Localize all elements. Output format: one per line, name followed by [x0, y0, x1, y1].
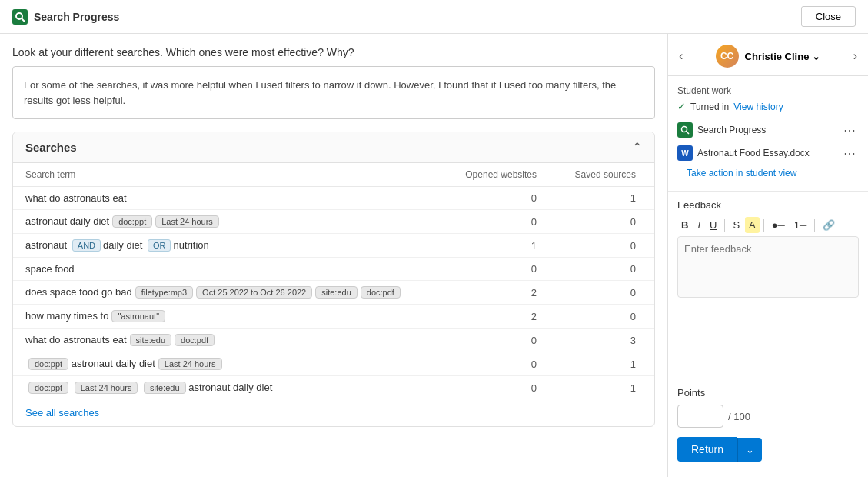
saved-sources-cell: 3 — [555, 329, 654, 352]
opened-websites-cell: 1 — [445, 234, 555, 258]
opened-websites-cell: 0 — [445, 329, 555, 352]
table-row: what do astronauts eat01 — [13, 187, 654, 210]
search-tag: filetype:mp3 — [135, 286, 193, 299]
searches-section: Searches ⌃ Search term Opened websites S… — [12, 132, 655, 427]
points-max: / 100 — [728, 411, 750, 422]
svg-point-0 — [16, 13, 22, 19]
bold-button[interactable]: B — [677, 217, 692, 233]
essay-more-button[interactable]: ⋯ — [840, 146, 859, 161]
term-text: space food — [25, 263, 75, 275]
search-term-cell: how many times to"astronaut" — [13, 305, 445, 329]
search-term-cell: astronaut daily dietdoc:pptLast 24 hours — [13, 210, 445, 234]
table-row: astronaut ANDdaily diet ORnutrition 10 — [13, 234, 654, 258]
link-button[interactable]: 🔗 — [819, 217, 839, 233]
operator-tag: OR — [148, 239, 171, 252]
search-tag: doc:ppt — [28, 358, 68, 370]
term-text: daily diet — [103, 239, 145, 251]
search-term-cell: what do astronauts eat — [13, 187, 445, 210]
term-text: astronaut daily diet — [25, 215, 109, 227]
question-text: Look at your different searches. Which o… — [12, 46, 655, 58]
col-saved-sources: Saved sources — [555, 163, 654, 187]
search-tag: doc:ppt — [112, 215, 152, 228]
strikethrough-button[interactable]: S — [729, 217, 743, 233]
searches-header: Searches ⌃ — [13, 132, 654, 163]
numbered-button[interactable]: 1─ — [790, 217, 810, 233]
search-progress-filename: Search Progress — [697, 125, 766, 135]
right-panel: ‹ CC Christie Cline ⌄ › Student work ✓ T… — [668, 34, 868, 477]
underline-button[interactable]: U — [706, 217, 720, 233]
student-name-dropdown[interactable]: Christie Cline ⌄ — [745, 51, 821, 62]
next-student-button[interactable]: › — [850, 46, 860, 66]
highlight-button[interactable]: A — [745, 217, 760, 233]
opened-websites-cell: 0 — [445, 352, 555, 376]
search-term-cell: astronaut ANDdaily diet ORnutrition — [13, 234, 445, 258]
table-row: how many times to"astronaut"20 — [13, 305, 654, 329]
table-row: doc:ppt Last 24 hours site:edu astronaut… — [13, 376, 654, 400]
searches-table: Search term Opened websites Saved source… — [13, 163, 654, 399]
turned-in-text: Turned in — [690, 102, 729, 112]
table-row: astronaut daily dietdoc:pptLast 24 hours… — [13, 210, 654, 234]
top-bar: Search Progress Close — [0, 0, 868, 34]
file-item-left: Search Progress — [677, 122, 766, 138]
feedback-input[interactable] — [677, 236, 859, 298]
search-term-cell: doc:ppt astronaut daily dietLast 24 hour… — [13, 352, 445, 376]
opened-websites-cell: 2 — [445, 305, 555, 329]
saved-sources-cell: 0 — [555, 281, 654, 305]
return-row: Return ⌄ — [677, 437, 859, 462]
search-tag: "astronaut" — [111, 310, 165, 322]
bullets-button[interactable]: ●─ — [768, 217, 789, 233]
opened-websites-cell: 2 — [445, 281, 555, 305]
points-section: Points / 100 Return ⌄ — [668, 379, 868, 469]
term-text: nutrition — [173, 239, 208, 251]
points-input[interactable] — [677, 405, 723, 428]
opened-websites-cell: 0 — [445, 210, 555, 234]
feedback-section: Feedback B I U S A ●─ 1─ 🔗 — [668, 192, 868, 379]
student-dropdown-icon: ⌄ — [812, 51, 820, 62]
opened-websites-cell: 0 — [445, 376, 555, 400]
svg-line-1 — [22, 18, 25, 22]
saved-sources-cell: 1 — [555, 376, 654, 400]
points-row: / 100 — [677, 405, 859, 428]
search-tag: Last 24 hours — [75, 382, 138, 394]
return-button[interactable]: Return — [677, 437, 737, 462]
left-panel: Look at your different searches. Which o… — [0, 34, 668, 477]
search-tag: site:edu — [144, 382, 186, 394]
points-label: Points — [677, 387, 859, 399]
saved-sources-cell: 1 — [555, 187, 654, 210]
italic-button[interactable]: I — [693, 217, 704, 233]
search-term-cell: space food — [13, 258, 445, 281]
file-item-essay: W Astronaut Food Essay.docx ⋯ — [677, 142, 859, 165]
table-row: doc:ppt astronaut daily dietLast 24 hour… — [13, 352, 654, 376]
return-dropdown-button[interactable]: ⌄ — [737, 438, 762, 462]
student-nav-center: CC Christie Cline ⌄ — [716, 45, 821, 68]
prev-student-button[interactable]: ‹ — [676, 46, 686, 66]
close-button[interactable]: Close — [801, 6, 856, 27]
svg-line-3 — [687, 132, 690, 135]
search-progress-icon — [677, 122, 693, 138]
feedback-label: Feedback — [677, 199, 859, 211]
saved-sources-cell: 0 — [555, 258, 654, 281]
search-progress-more-button[interactable]: ⋯ — [840, 123, 859, 138]
student-name: Christie Cline — [745, 51, 810, 62]
turned-in-row: ✓ Turned in View history — [677, 101, 859, 112]
toolbar-divider-3 — [814, 219, 815, 232]
term-text: astronaut daily diet — [72, 358, 155, 369]
student-nav: ‹ CC Christie Cline ⌄ › — [668, 42, 868, 76]
term-text: what do astronauts eat — [25, 192, 127, 204]
check-icon: ✓ — [677, 101, 686, 112]
search-tag: Oct 25 2022 to Oct 26 2022 — [196, 286, 312, 299]
see-all-searches-link[interactable]: See all searches — [13, 399, 654, 426]
app-logo — [12, 9, 28, 25]
collapse-searches-button[interactable]: ⌃ — [632, 140, 642, 155]
search-tag: Last 24 hours — [158, 358, 222, 370]
student-work-section: Student work ✓ Turned in View history Se… — [668, 76, 868, 192]
saved-sources-cell: 0 — [555, 234, 654, 258]
view-history-link[interactable]: View history — [733, 102, 783, 112]
table-row: what do astronauts eatsite:edudoc:pdf03 — [13, 329, 654, 352]
searches-title: Searches — [25, 141, 77, 154]
search-term-cell: doc:ppt Last 24 hours site:edu astronaut… — [13, 376, 445, 400]
word-file-icon: W — [677, 145, 693, 161]
search-tag: site:edu — [315, 286, 358, 299]
take-action-link[interactable]: Take action in student view — [677, 165, 859, 182]
table-row: space food00 — [13, 258, 654, 281]
